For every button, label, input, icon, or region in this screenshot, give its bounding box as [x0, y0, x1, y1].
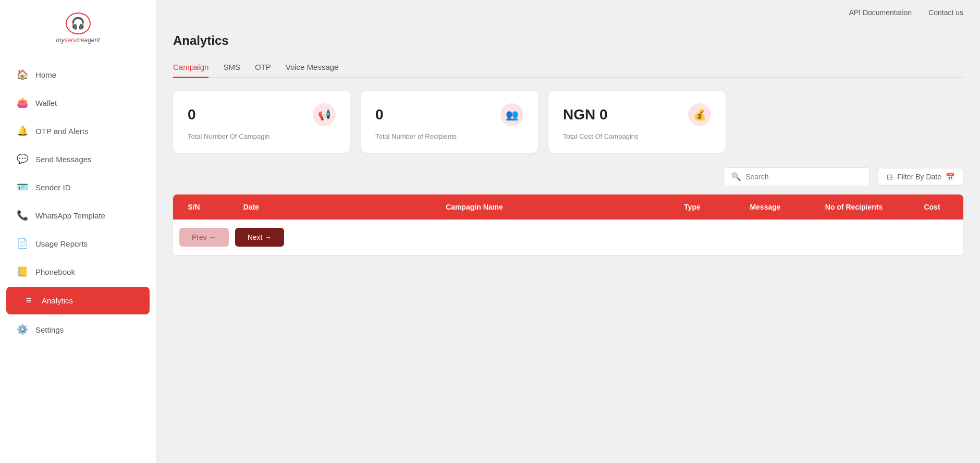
table-column-header: Type	[661, 194, 724, 220]
next-button[interactable]: Next →	[235, 228, 285, 247]
filter-icon: ⊟	[887, 173, 893, 181]
stat-label-total-recipients: Total Number of Recipients	[375, 132, 523, 140]
sidebar-item-label: Wallet	[35, 99, 57, 107]
logo-text: myserviceagent	[56, 36, 100, 44]
sidebar-item-home[interactable]: 🏠 Home	[0, 60, 156, 89]
whatsapp-template-icon: 📞	[17, 210, 28, 221]
sidebar-item-settings[interactable]: ⚙️ Settings	[0, 315, 156, 344]
stat-card-total-recipients: 0 👥 Total Number of Recipients	[361, 91, 538, 153]
sidebar-item-label: Phonebook	[35, 267, 75, 276]
data-table: S/NDateCampagin NameTypeMessageNo of Rec…	[173, 194, 963, 255]
search-filter-bar: 🔍 ⊟ Filter By Date 📅	[173, 167, 963, 186]
stat-value-total-cost: NGN 0	[563, 106, 608, 123]
sidebar-item-whatsapp-template[interactable]: 📞 WhatsApp Template	[0, 201, 156, 229]
stat-icon-total-recipients: 👥	[500, 103, 523, 126]
tab-voice-message[interactable]: Voice Message	[286, 58, 339, 78]
prev-button[interactable]: Prev ←	[179, 228, 229, 247]
analytics-icon: ≡	[23, 295, 34, 306]
sidebar-item-label: Sender ID	[35, 183, 71, 192]
sidebar-item-usage-reports[interactable]: 📄 Usage Reports	[0, 229, 156, 258]
sidebar-item-label: Home	[35, 70, 56, 79]
sidebar-item-wallet[interactable]: 👛 Wallet	[0, 89, 156, 117]
api-docs-link[interactable]: API Documentation	[849, 8, 912, 17]
sidebar-item-label: Settings	[35, 325, 64, 334]
wallet-icon: 👛	[17, 97, 28, 108]
table-column-header: S/N	[173, 194, 215, 220]
stat-cards: 0 📢 Total Number Of Campagin 0 👥 Total N…	[173, 91, 963, 153]
contact-us-link[interactable]: Contact us	[928, 8, 963, 17]
send-messages-icon: 💬	[17, 153, 28, 165]
stat-value-total-campaigns: 0	[188, 106, 196, 123]
table-column-header: No of Recipients	[807, 194, 901, 220]
table-column-header: Date	[215, 194, 288, 220]
stat-icon-total-cost: 💰	[688, 103, 711, 126]
filter-label: Filter By Date	[897, 173, 941, 181]
sender-id-icon: 🪪	[17, 181, 28, 193]
tab-campaign[interactable]: Campaign	[173, 58, 209, 78]
stat-label-total-cost: Total Cost Of Campagins	[563, 132, 711, 140]
table-header: S/NDateCampagin NameTypeMessageNo of Rec…	[173, 194, 963, 220]
search-input[interactable]	[745, 173, 862, 181]
sidebar-item-label: Analytics	[42, 296, 73, 305]
sidebar-item-label: Usage Reports	[35, 239, 88, 248]
pagination-bar: Prev ← Next →	[173, 220, 963, 255]
stat-label-total-campaigns: Total Number Of Campagin	[188, 132, 336, 140]
stat-card-total-campaigns: 0 📢 Total Number Of Campagin	[173, 91, 350, 153]
table-column-header: Campagin Name	[288, 194, 661, 220]
sidebar-item-otp[interactable]: 🔔 OTP and Alerts	[0, 117, 156, 145]
stat-card-total-cost: NGN 0 💰 Total Cost Of Campagins	[548, 91, 726, 153]
home-icon: 🏠	[17, 69, 28, 80]
logo-icon: 🎧	[66, 13, 91, 34]
table-column-header: Cost	[901, 194, 963, 220]
sidebar-item-sender-id[interactable]: 🪪 Sender ID	[0, 173, 156, 201]
search-box: 🔍	[724, 167, 869, 186]
sidebar-item-analytics[interactable]: ≡ Analytics	[6, 287, 150, 314]
tabs-bar: CampaignSMSOTPVoice Message	[173, 58, 963, 78]
tab-sms[interactable]: SMS	[223, 58, 240, 78]
settings-icon: ⚙️	[17, 324, 28, 335]
sidebar-item-phonebook[interactable]: 📒 Phonebook	[0, 258, 156, 286]
calendar-icon: 📅	[946, 173, 954, 181]
sidebar: 🎧 myserviceagent 🏠 Home 👛 Wallet 🔔 OTP a…	[0, 0, 156, 463]
sidebar-item-label: WhatsApp Template	[35, 211, 105, 220]
filter-by-date-button[interactable]: ⊟ Filter By Date 📅	[878, 168, 963, 186]
phonebook-icon: 📒	[17, 266, 28, 277]
stat-value-total-recipients: 0	[375, 106, 384, 123]
stat-icon-total-campaigns: 📢	[313, 103, 336, 126]
nav-list: 🏠 Home 👛 Wallet 🔔 OTP and Alerts 💬 Send …	[0, 60, 156, 344]
otp-icon: 🔔	[17, 125, 28, 137]
tab-otp[interactable]: OTP	[255, 58, 271, 78]
topbar: API Documentation Contact us	[156, 0, 980, 25]
sidebar-item-label: Send Messages	[35, 155, 92, 164]
sidebar-item-label: OTP and Alerts	[35, 127, 88, 136]
page-title: Analytics	[173, 33, 963, 48]
table-column-header: Message	[724, 194, 807, 220]
usage-reports-icon: 📄	[17, 238, 28, 249]
content-area: Analytics CampaignSMSOTPVoice Message 0 …	[156, 25, 980, 463]
sidebar-item-send-messages[interactable]: 💬 Send Messages	[0, 145, 156, 173]
main-content: API Documentation Contact us Analytics C…	[156, 0, 980, 463]
search-icon: 🔍	[731, 172, 741, 181]
logo: 🎧 myserviceagent	[47, 13, 109, 44]
